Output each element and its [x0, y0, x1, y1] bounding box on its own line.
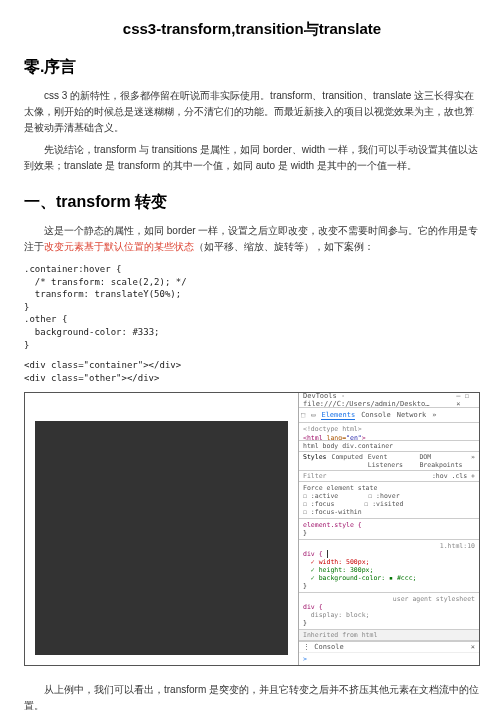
s1-p1b-highlight: 改变元素基于默认位置的某些状态 [44, 241, 194, 252]
hov-cls-controls[interactable]: :hov .cls + [432, 472, 475, 480]
force-visited[interactable]: ☐ :visited [364, 500, 403, 508]
styles-filter-row: Filter :hov .cls + [299, 471, 479, 482]
demo-render-area [25, 393, 298, 665]
tab-dom-breakpoints[interactable]: DOM Breakpoints [419, 453, 466, 469]
force-focus[interactable]: ☐ :focus [303, 500, 334, 508]
maximize-icon[interactable]: ☐ [465, 392, 469, 400]
inherited-from: Inherited from html [299, 630, 479, 641]
dom-tree[interactable]: <!doctype html> <html lang="en"> ▸<head>… [299, 423, 479, 440]
tabs-more-icon[interactable]: » [432, 411, 436, 419]
element-style-block[interactable]: element.style { } [299, 519, 479, 540]
rule2-source: user agent stylesheet [303, 595, 475, 603]
force-hover[interactable]: ☐ :hover [368, 492, 399, 500]
force-state-block: Force element state ☐ :active ☐ :hover ☐… [299, 482, 479, 519]
close-icon[interactable]: × [456, 400, 460, 408]
dom-line: <!doctype html> [303, 425, 475, 433]
tab-event-listeners[interactable]: Event Listeners [368, 453, 415, 469]
tab-styles[interactable]: Styles [303, 453, 326, 469]
console-prompt-icon: > [303, 655, 307, 663]
devtools-window-title: DevTools - file:///C:/Users/admin/Deskto… [303, 392, 456, 408]
devtools-titlebar: DevTools - file:///C:/Users/admin/Deskto… [299, 393, 479, 408]
device-icon[interactable]: ▭ [311, 411, 315, 419]
demo-figure: DevTools - file:///C:/Users/admin/Deskto… [24, 392, 480, 666]
styles-tabs: Styles Computed Event Listeners DOM Brea… [299, 452, 479, 471]
section-0-heading: 零.序言 [24, 57, 480, 78]
filter-input[interactable]: Filter [303, 472, 326, 480]
window-controls: — ☐ × [456, 392, 475, 408]
code-block-html: <div class="container"></div> <div class… [24, 359, 480, 384]
rule1-block[interactable]: 1.html:10 div { ✓ width: 500px; ✓ height… [299, 540, 479, 593]
console-body[interactable]: > [299, 652, 479, 665]
devtools-panel: DevTools - file:///C:/Users/admin/Deskto… [298, 393, 479, 665]
section-1-heading: 一、transform 转变 [24, 192, 480, 213]
tab-console[interactable]: Console [361, 411, 391, 419]
devtools-main-tabs: ⬚ ▭ Elements Console Network » [299, 408, 479, 423]
force-active[interactable]: ☐ :active [303, 492, 338, 500]
tab-network[interactable]: Network [397, 411, 427, 419]
code-block-css: .container:hover { /* transform: scale(2… [24, 263, 480, 351]
inspect-icon[interactable]: ⬚ [301, 411, 305, 419]
rule2-block[interactable]: user agent stylesheet div { display: blo… [299, 593, 479, 630]
force-focus-within[interactable]: ☐ :focus-within [303, 508, 362, 516]
demo-other-box [35, 421, 288, 655]
s1-p1: 这是一个静态的属性，如同 border 一样，设置之后立即改变，改变不需要时间参… [24, 223, 480, 255]
s1-p1c: （如平移、缩放、旋转等），如下案例： [194, 241, 374, 252]
console-drawer-icon[interactable]: ⋮ [303, 643, 310, 651]
tab-computed[interactable]: Computed [331, 453, 362, 469]
rule1-source[interactable]: 1.html:10 [303, 542, 475, 550]
console-drawer-header[interactable]: ⋮ Console × [299, 641, 479, 652]
styles-more-icon[interactable]: » [471, 453, 475, 469]
minimize-icon[interactable]: — [456, 392, 460, 400]
console-close-icon[interactable]: × [471, 643, 475, 651]
tab-elements[interactable]: Elements [321, 411, 355, 420]
page-title: css3-transform,transition与translate [24, 20, 480, 39]
s0-p1: css 3 的新特性，很多都停留在听说而非实际使用。transform、tran… [24, 88, 480, 136]
dom-breadcrumb[interactable]: html body div.container [299, 440, 479, 452]
s0-p2: 先说结论，transform 与 transitions 是属性，如同 bord… [24, 142, 480, 174]
force-state-title: Force element state [303, 484, 475, 492]
text-cursor-icon [327, 550, 328, 558]
s1-p2: 从上例中，我们可以看出，transform 是突变的，并且它转变之后并不挤压其他… [24, 682, 480, 713]
